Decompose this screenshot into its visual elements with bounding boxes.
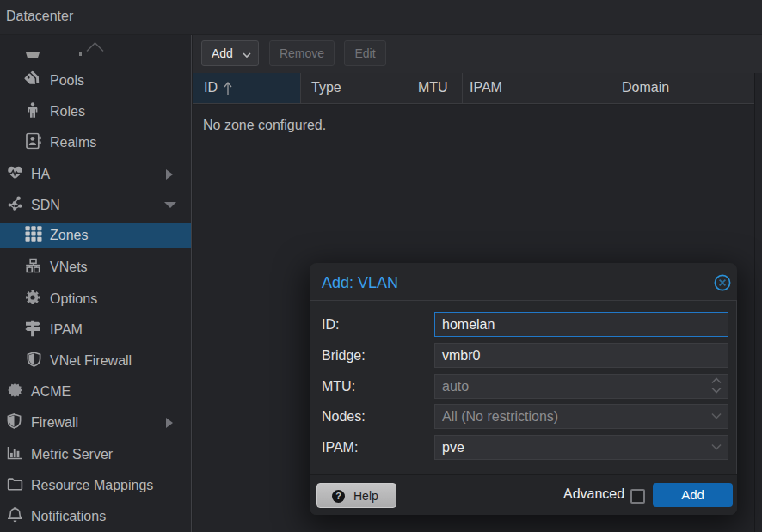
svg-text:?: ? bbox=[335, 491, 341, 501]
